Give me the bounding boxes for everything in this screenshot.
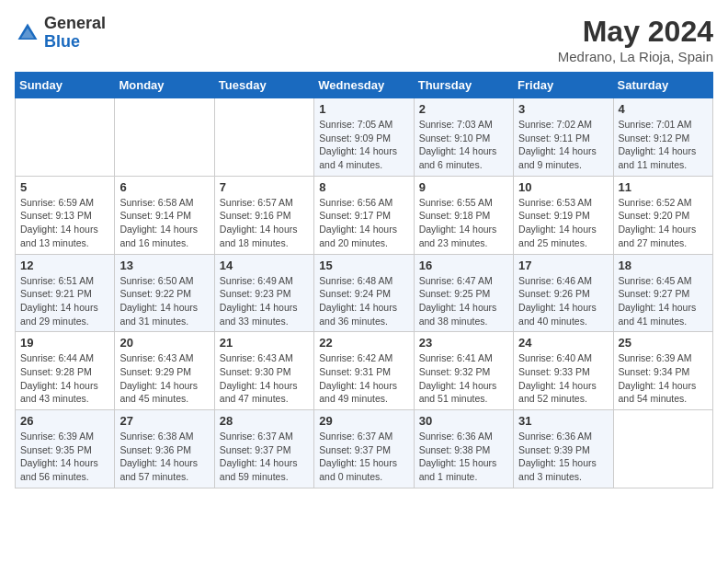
calendar-cell: 23Sunrise: 6:41 AM Sunset: 9:32 PM Dayli… [414, 332, 513, 410]
day-number: 13 [119, 259, 209, 272]
day-number: 5 [20, 180, 109, 194]
calendar-cell: 13Sunrise: 6:50 AM Sunset: 9:22 PM Dayli… [115, 254, 214, 332]
weekday-header-tuesday: Tuesday [214, 73, 313, 98]
day-number: 19 [20, 336, 109, 350]
day-number: 1 [319, 102, 408, 116]
day-info: Sunrise: 6:38 AM Sunset: 9:36 PM Dayligh… [119, 430, 209, 484]
logo-blue: Blue [44, 32, 80, 51]
title-block: May 2024 Medrano, La Rioja, Spain [558, 15, 713, 64]
calendar-cell: 21Sunrise: 6:43 AM Sunset: 9:30 PM Dayli… [214, 332, 313, 410]
day-info: Sunrise: 6:39 AM Sunset: 9:34 PM Dayligh… [619, 351, 708, 406]
day-number: 7 [220, 180, 309, 194]
day-number: 10 [518, 180, 608, 194]
calendar-week-5: 26Sunrise: 6:39 AM Sunset: 9:35 PM Dayli… [16, 410, 713, 488]
day-info: Sunrise: 7:01 AM Sunset: 9:12 PM Dayligh… [619, 118, 708, 172]
day-number: 26 [20, 414, 109, 428]
calendar-cell: 6Sunrise: 6:58 AM Sunset: 9:14 PM Daylig… [115, 176, 214, 254]
day-info: Sunrise: 6:46 AM Sunset: 9:26 PM Dayligh… [518, 274, 608, 328]
day-number: 2 [419, 102, 508, 116]
day-number: 17 [518, 259, 608, 272]
calendar-week-2: 5Sunrise: 6:59 AM Sunset: 9:13 PM Daylig… [16, 176, 713, 254]
day-number: 9 [419, 180, 508, 194]
calendar-cell: 5Sunrise: 6:59 AM Sunset: 9:13 PM Daylig… [16, 176, 115, 254]
day-number: 29 [319, 414, 408, 428]
calendar-cell: 27Sunrise: 6:38 AM Sunset: 9:36 PM Dayli… [115, 410, 214, 488]
calendar-week-4: 19Sunrise: 6:44 AM Sunset: 9:28 PM Dayli… [16, 332, 713, 410]
weekday-header-saturday: Saturday [613, 73, 712, 98]
day-info: Sunrise: 7:03 AM Sunset: 9:10 PM Dayligh… [419, 118, 508, 172]
day-number: 8 [319, 180, 408, 194]
page-header: General Blue May 2024 Medrano, La Rioja,… [15, 15, 713, 64]
calendar-cell [214, 98, 313, 177]
day-info: Sunrise: 6:58 AM Sunset: 9:14 PM Dayligh… [119, 196, 209, 250]
day-number: 6 [119, 180, 209, 194]
calendar-cell: 18Sunrise: 6:45 AM Sunset: 9:27 PM Dayli… [613, 254, 712, 332]
month-title: May 2024 [558, 15, 713, 49]
day-info: Sunrise: 6:48 AM Sunset: 9:24 PM Dayligh… [319, 274, 408, 328]
day-info: Sunrise: 6:37 AM Sunset: 9:37 PM Dayligh… [319, 430, 408, 484]
calendar-cell: 22Sunrise: 6:42 AM Sunset: 9:31 PM Dayli… [314, 332, 414, 410]
calendar-cell: 3Sunrise: 7:02 AM Sunset: 9:11 PM Daylig… [514, 98, 613, 177]
logo-text: General Blue [44, 15, 106, 52]
logo: General Blue [15, 15, 106, 52]
weekday-header-monday: Monday [115, 73, 214, 98]
day-number: 15 [319, 259, 408, 272]
weekday-header-friday: Friday [514, 73, 613, 98]
calendar-cell: 4Sunrise: 7:01 AM Sunset: 9:12 PM Daylig… [613, 98, 712, 177]
calendar-cell: 17Sunrise: 6:46 AM Sunset: 9:26 PM Dayli… [514, 254, 613, 332]
day-number: 22 [319, 336, 408, 350]
day-info: Sunrise: 6:52 AM Sunset: 9:20 PM Dayligh… [619, 196, 708, 250]
logo-general: General [44, 14, 106, 32]
calendar-cell: 9Sunrise: 6:55 AM Sunset: 9:18 PM Daylig… [414, 176, 513, 254]
day-number: 23 [419, 336, 508, 350]
calendar-cell [16, 98, 115, 177]
day-number: 25 [619, 336, 708, 350]
day-info: Sunrise: 6:43 AM Sunset: 9:29 PM Dayligh… [119, 351, 209, 406]
calendar-cell: 16Sunrise: 6:47 AM Sunset: 9:25 PM Dayli… [414, 254, 513, 332]
day-number: 11 [619, 180, 708, 194]
calendar-cell: 19Sunrise: 6:44 AM Sunset: 9:28 PM Dayli… [16, 332, 115, 410]
calendar-cell: 30Sunrise: 6:36 AM Sunset: 9:38 PM Dayli… [414, 410, 513, 488]
calendar-cell: 15Sunrise: 6:48 AM Sunset: 9:24 PM Dayli… [314, 254, 414, 332]
weekday-header-wednesday: Wednesday [314, 73, 414, 98]
weekday-header-sunday: Sunday [16, 73, 115, 98]
day-number: 30 [419, 414, 508, 428]
day-number: 14 [220, 259, 309, 272]
day-info: Sunrise: 6:45 AM Sunset: 9:27 PM Dayligh… [619, 274, 708, 328]
day-number: 3 [518, 102, 608, 116]
calendar-header: SundayMondayTuesdayWednesdayThursdayFrid… [16, 73, 713, 98]
calendar-body: 1Sunrise: 7:05 AM Sunset: 9:09 PM Daylig… [16, 98, 713, 488]
calendar-cell: 25Sunrise: 6:39 AM Sunset: 9:34 PM Dayli… [613, 332, 712, 410]
calendar-cell: 31Sunrise: 6:36 AM Sunset: 9:39 PM Dayli… [514, 410, 613, 488]
day-number: 24 [518, 336, 608, 350]
day-info: Sunrise: 6:43 AM Sunset: 9:30 PM Dayligh… [220, 351, 309, 406]
calendar-cell: 1Sunrise: 7:05 AM Sunset: 9:09 PM Daylig… [314, 98, 414, 177]
day-info: Sunrise: 6:57 AM Sunset: 9:16 PM Dayligh… [220, 196, 309, 250]
day-number: 4 [619, 102, 708, 116]
day-number: 28 [220, 414, 309, 428]
day-info: Sunrise: 6:40 AM Sunset: 9:33 PM Dayligh… [518, 351, 608, 406]
calendar-cell: 2Sunrise: 7:03 AM Sunset: 9:10 PM Daylig… [414, 98, 513, 177]
day-info: Sunrise: 6:55 AM Sunset: 9:18 PM Dayligh… [419, 196, 508, 250]
location: Medrano, La Rioja, Spain [558, 49, 713, 64]
calendar-week-1: 1Sunrise: 7:05 AM Sunset: 9:09 PM Daylig… [16, 98, 713, 177]
day-info: Sunrise: 6:53 AM Sunset: 9:19 PM Dayligh… [518, 196, 608, 250]
calendar-cell: 20Sunrise: 6:43 AM Sunset: 9:29 PM Dayli… [115, 332, 214, 410]
calendar-cell: 14Sunrise: 6:49 AM Sunset: 9:23 PM Dayli… [214, 254, 313, 332]
day-info: Sunrise: 6:39 AM Sunset: 9:35 PM Dayligh… [20, 430, 109, 484]
calendar-cell: 10Sunrise: 6:53 AM Sunset: 9:19 PM Dayli… [514, 176, 613, 254]
calendar-cell: 26Sunrise: 6:39 AM Sunset: 9:35 PM Dayli… [16, 410, 115, 488]
calendar-cell: 24Sunrise: 6:40 AM Sunset: 9:33 PM Dayli… [514, 332, 613, 410]
day-info: Sunrise: 6:49 AM Sunset: 9:23 PM Dayligh… [220, 274, 309, 328]
day-info: Sunrise: 6:36 AM Sunset: 9:38 PM Dayligh… [419, 430, 508, 484]
day-info: Sunrise: 6:36 AM Sunset: 9:39 PM Dayligh… [518, 430, 608, 484]
logo-icon [15, 20, 40, 46]
weekday-row: SundayMondayTuesdayWednesdayThursdayFrid… [16, 73, 713, 98]
calendar-cell: 28Sunrise: 6:37 AM Sunset: 9:37 PM Dayli… [214, 410, 313, 488]
day-number: 16 [419, 259, 508, 272]
day-info: Sunrise: 6:50 AM Sunset: 9:22 PM Dayligh… [119, 274, 209, 328]
day-info: Sunrise: 6:47 AM Sunset: 9:25 PM Dayligh… [419, 274, 508, 328]
weekday-header-thursday: Thursday [414, 73, 513, 98]
calendar-cell: 11Sunrise: 6:52 AM Sunset: 9:20 PM Dayli… [613, 176, 712, 254]
day-info: Sunrise: 6:37 AM Sunset: 9:37 PM Dayligh… [220, 430, 309, 484]
